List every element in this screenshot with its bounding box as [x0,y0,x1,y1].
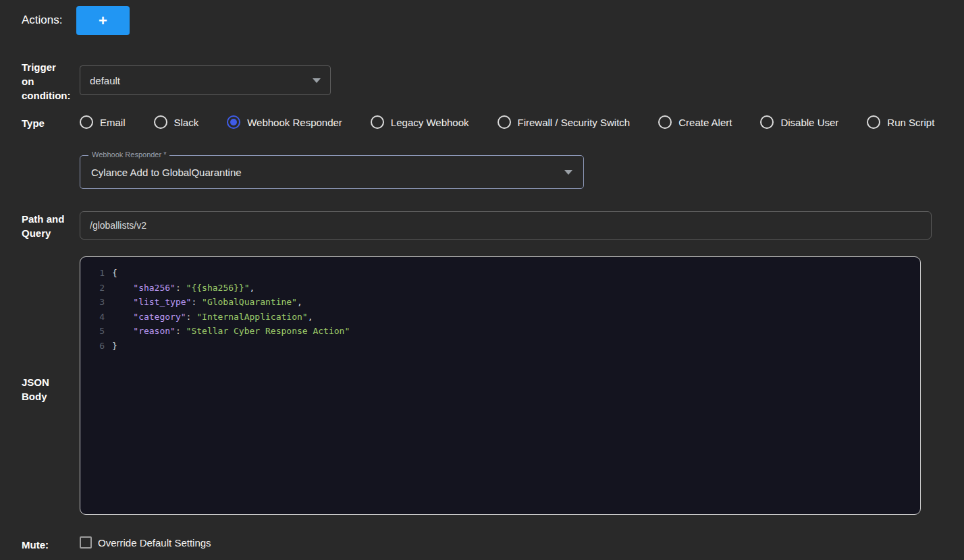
webhook-responder-value: Cylance Add to GlobalQuarantine [91,167,242,178]
chevron-down-icon [564,170,572,175]
radio-icon[interactable] [867,115,880,129]
actions-label: Actions: [22,13,62,27]
chevron-down-icon [313,78,321,83]
line-number: 4 [80,310,105,325]
radio-selected-icon[interactable] [227,115,240,129]
webhook-responder-select[interactable]: Webhook Responder * Cylance Add to Globa… [80,155,584,189]
radio-icon[interactable] [760,115,774,129]
type-options: EmailSlackWebhook ResponderLegacy Webhoo… [80,113,934,132]
line-number: 3 [80,295,105,310]
line-number: 6 [80,339,105,354]
trigger-condition-value: default [90,75,120,86]
type-option-disable-user[interactable]: Disable User [760,115,838,129]
radio-icon[interactable] [498,115,511,129]
type-option-email[interactable]: Email [80,115,126,129]
code-line: "reason": "Stellar Cyber Response Action… [112,324,920,339]
mute-label: Mute: [22,538,49,552]
trigger-condition-label: Trigger on condition: [22,60,82,103]
radio-label: Create Alert [678,117,732,128]
type-option-run-script[interactable]: Run Script [867,115,934,129]
trigger-condition-select[interactable]: default [80,65,331,95]
line-number: 5 [80,324,105,339]
type-option-legacy-webhook[interactable]: Legacy Webhook [371,115,469,129]
path-query-input[interactable] [80,211,932,240]
type-option-firewall-security-switch[interactable]: Firewall / Security Switch [498,115,631,129]
action-config-panel: Actions: + Trigger on condition: default… [0,0,964,560]
radio-icon[interactable] [371,115,384,129]
json-body-code: { "sha256": "{{sha256}}", "list_type": "… [112,266,920,514]
radio-label: Run Script [887,117,934,128]
radio-label: Legacy Webhook [391,117,469,128]
code-line: "list_type": "GlobalQuarantine", [112,295,920,310]
radio-icon[interactable] [80,115,93,129]
code-line: { [112,266,920,281]
checkbox-icon[interactable] [80,536,92,549]
code-line: } [112,339,920,354]
code-line: "sha256": "{{sha256}}", [112,281,920,296]
add-action-button[interactable]: + [76,6,130,35]
type-option-webhook-responder[interactable]: Webhook Responder [227,115,342,129]
json-body-label: JSON Body [22,375,49,403]
line-number: 2 [80,281,105,296]
webhook-responder-field-label: Webhook Responder * [88,150,169,159]
line-number: 1 [80,266,105,281]
json-body-gutter: 123456 [80,266,105,514]
override-default-settings-option[interactable]: Override Default Settings [80,536,211,549]
path-query-label: Path and Query [22,212,80,240]
radio-label: Disable User [780,117,838,128]
radio-icon[interactable] [658,115,672,129]
json-body-editor[interactable]: 123456 { "sha256": "{{sha256}}", "list_t… [80,256,921,515]
type-option-slack[interactable]: Slack [154,115,199,129]
radio-label: Slack [174,117,199,128]
override-default-settings-label: Override Default Settings [98,537,211,549]
plus-icon: + [99,12,107,30]
type-label: Type [22,116,45,130]
radio-label: Firewall / Security Switch [518,117,631,128]
radio-label: Webhook Responder [247,117,342,128]
radio-label: Email [100,117,126,128]
code-line: "category": "InternalApplication", [112,310,920,325]
radio-icon[interactable] [154,115,167,129]
type-option-create-alert[interactable]: Create Alert [658,115,732,129]
